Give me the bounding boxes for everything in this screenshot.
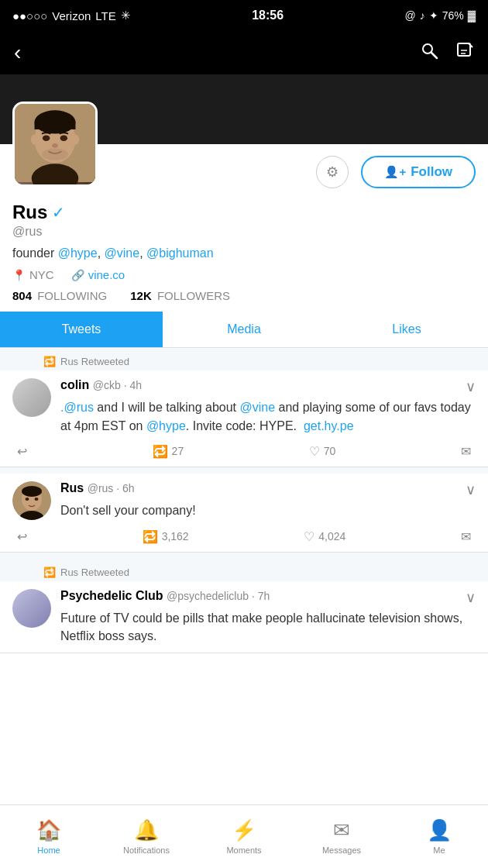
tweet-author-block-1: colin @ckb · 4h — [60, 378, 142, 392]
svg-line-1 — [431, 53, 437, 58]
bio-link-vine[interactable]: @vine — [105, 246, 140, 260]
moments-label: Moments — [226, 846, 261, 855]
signal-dots: ●●○○○ — [12, 9, 47, 22]
followers-label: FOLLOWERS — [157, 289, 230, 302]
tweet-author-3: Psychedelic Club — [60, 589, 163, 602]
retweet-action-2[interactable]: 🔁 3,162 — [143, 529, 189, 544]
notifications-icon: 🔔 — [134, 818, 159, 842]
reply-icon: ↩ — [17, 444, 27, 459]
tab-tweets[interactable]: Tweets — [0, 312, 163, 347]
follow-button[interactable]: 👤+ Follow — [361, 156, 476, 188]
carrier-label: Verizon — [52, 9, 91, 22]
moments-icon: ⚡ — [232, 818, 256, 842]
tweet-avatar-3 — [12, 589, 51, 628]
status-bar: ●●○○○ Verizon LTE ✳ 18:56 @ ♪ ✦ 76% ▓ — [0, 0, 488, 31]
tab-likes[interactable]: Likes — [325, 312, 488, 347]
tweet-header-2: Rus @rus · 6h ∨ — [60, 481, 476, 498]
bio-link-bighuman[interactable]: @bighuman — [146, 246, 214, 260]
reply-icon-2: ↩ — [17, 529, 27, 544]
share-action-1[interactable]: ✉ — [461, 444, 471, 459]
followers-stat[interactable]: 12K FOLLOWERS — [130, 289, 230, 302]
tweet-more-2[interactable]: ∨ — [466, 481, 476, 498]
notifications-label: Notifications — [123, 846, 170, 855]
messages-label: Messages — [322, 846, 361, 855]
following-label: FOLLOWING — [37, 289, 107, 302]
retweet-by-1: Rus Retweeted — [60, 356, 129, 367]
tweet-more-3[interactable]: ∨ — [466, 589, 476, 606]
tweet-handle-time-1: @ckb · 4h — [93, 379, 142, 391]
tweet-author-1: colin — [60, 378, 89, 391]
bottom-nav-notifications[interactable]: 🔔 Notifications — [98, 818, 195, 855]
tweet-link-gethy[interactable]: get.hy.pe — [304, 419, 354, 432]
me-icon: 👤 — [427, 818, 452, 842]
status-bar-right: @ ♪ ✦ 76% ▓ — [405, 9, 476, 22]
signal-icon: ✳ — [121, 9, 131, 22]
gear-button[interactable]: ⚙ — [316, 156, 349, 188]
share-icon-2: ✉ — [461, 529, 471, 544]
bluetooth-icon: ♪ — [420, 9, 425, 22]
followers-count: 12K — [130, 289, 152, 302]
back-button[interactable]: ‹ — [14, 40, 21, 65]
reply-action-2[interactable]: ↩ — [17, 529, 27, 544]
like-count-1: 70 — [324, 445, 336, 457]
retweet-action-icon: 🔁 — [153, 444, 168, 459]
tweet-link-vine[interactable]: @vine — [239, 401, 275, 414]
retweet-count-2: 3,162 — [162, 530, 189, 542]
bottom-nav: 🏠 Home 🔔 Notifications ⚡ Moments ✉ Messa… — [0, 804, 488, 868]
tweet-text-1: .@rus and I will be talking about @vine … — [60, 398, 476, 434]
bottom-nav-me[interactable]: 👤 Me — [390, 818, 488, 855]
network-type: LTE — [95, 9, 115, 22]
website-link[interactable]: vine.co — [88, 268, 125, 281]
battery-label: 76% — [442, 9, 464, 22]
verified-badge: ✓ — [52, 203, 65, 222]
nav-bar: ‹ — [0, 31, 488, 74]
reply-action-1[interactable]: ↩ — [17, 444, 27, 459]
tweet-author-block-3: Psychedelic Club @psychedeliclub · 7h — [60, 589, 270, 603]
bottom-nav-messages[interactable]: ✉ Messages — [293, 818, 390, 855]
tweet-content-3: Psychedelic Club @psychedeliclub · 7h ∨ … — [60, 589, 476, 645]
like-icon: ♡ — [309, 444, 320, 459]
tweet-card-3: 🔁 Rus Retweeted Psychedelic Club @psyche… — [0, 559, 488, 653]
bottom-nav-moments[interactable]: ⚡ Moments — [195, 818, 293, 855]
tweet-header-1: colin @ckb · 4h ∨ — [60, 378, 476, 395]
tweet-actions-1: ↩ 🔁 27 ♡ 70 ✉ — [12, 444, 476, 459]
location-icon: @ — [405, 9, 416, 22]
like-action-1[interactable]: ♡ 70 — [309, 444, 336, 459]
retweet-action-1[interactable]: 🔁 27 — [153, 444, 184, 459]
tweet-link-hype[interactable]: @hype — [146, 419, 186, 432]
tweet-handle-time-2: @rus · 6h — [88, 482, 135, 494]
tweet-author-block-2: Rus @rus · 6h — [60, 481, 135, 495]
divider-2 — [0, 553, 488, 559]
tweet-link-rus[interactable]: .@rus — [60, 401, 94, 414]
tweet-body-3: Psychedelic Club @psychedeliclub · 7h ∨ … — [0, 581, 488, 653]
me-label: Me — [433, 846, 445, 855]
following-stat[interactable]: 804 FOLLOWING — [12, 289, 107, 302]
bottom-nav-home[interactable]: 🏠 Home — [0, 818, 98, 855]
tweet-content-1: colin @ckb · 4h ∨ .@rus and I will be ta… — [60, 378, 476, 434]
tweet-top-3: Psychedelic Club @psychedeliclub · 7h ∨ … — [12, 589, 476, 645]
retweet-icon-2: 🔁 — [143, 529, 158, 544]
tweet-feed: 🔁 Rus Retweeted colin @ckb · 4h ∨ — [0, 348, 488, 653]
compose-icon[interactable] — [455, 41, 474, 64]
like-count-2: 4,024 — [318, 530, 345, 542]
nav-icons — [420, 41, 474, 64]
tweet-author-2: Rus — [60, 481, 84, 494]
tweet-header-3: Psychedelic Club @psychedeliclub · 7h ∨ — [60, 589, 476, 606]
retweet-icon-3: 🔁 — [43, 567, 56, 578]
search-icon[interactable] — [420, 41, 438, 64]
svg-point-15 — [52, 143, 58, 148]
svg-point-14 — [60, 135, 67, 141]
profile-handle: @rus — [12, 225, 476, 239]
tabs-bar: Tweets Media Likes — [0, 312, 488, 348]
tweet-actions-2: ↩ 🔁 3,162 ♡ 4,024 ✉ — [12, 529, 476, 544]
messages-icon: ✉ — [333, 818, 350, 842]
bio-link-hype[interactable]: @hype — [58, 246, 98, 260]
share-action-2[interactable]: ✉ — [461, 529, 471, 544]
tweet-top-2: Rus @rus · 6h ∨ Don't sell your company! — [12, 481, 476, 520]
like-action-2[interactable]: ♡ 4,024 — [304, 529, 345, 544]
tweet-text-3: Future of TV could be pills that make pe… — [60, 609, 476, 645]
location-icon: 📍 — [12, 269, 26, 281]
share-icon: ✉ — [461, 444, 471, 459]
tab-media[interactable]: Media — [163, 312, 325, 347]
tweet-more-1[interactable]: ∨ — [466, 378, 476, 395]
